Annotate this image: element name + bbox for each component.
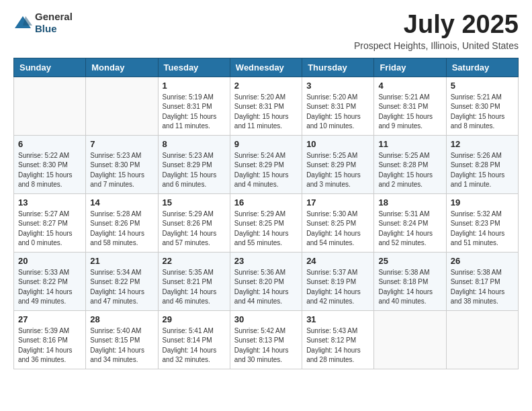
day-number: 26 [451, 256, 514, 266]
calendar-cell: 9Sunrise: 5:24 AM Sunset: 8:29 PM Daylig… [230, 135, 302, 193]
day-number: 22 [163, 256, 226, 266]
calendar-cell: 3Sunrise: 5:20 AM Sunset: 8:31 PM Daylig… [302, 77, 374, 135]
calendar-week-row: 27Sunrise: 5:39 AM Sunset: 8:16 PM Dayli… [14, 310, 519, 369]
calendar-cell: 21Sunrise: 5:34 AM Sunset: 8:22 PM Dayli… [86, 252, 158, 310]
calendar-week-row: 13Sunrise: 5:27 AM Sunset: 8:27 PM Dayli… [14, 193, 519, 252]
day-number: 20 [18, 256, 81, 266]
day-info: Sunrise: 5:24 AM Sunset: 8:29 PM Dayligh… [234, 151, 298, 190]
calendar-cell: 31Sunrise: 5:43 AM Sunset: 8:12 PM Dayli… [302, 310, 374, 369]
calendar-cell: 5Sunrise: 5:21 AM Sunset: 8:30 PM Daylig… [446, 77, 518, 135]
day-number: 7 [90, 139, 153, 149]
day-number: 1 [163, 81, 226, 91]
day-info: Sunrise: 5:29 AM Sunset: 8:26 PM Dayligh… [163, 210, 226, 248]
logo-icon [13, 13, 32, 32]
day-number: 25 [378, 256, 441, 266]
calendar-cell: 24Sunrise: 5:37 AM Sunset: 8:19 PM Dayli… [302, 252, 374, 310]
calendar-cell: 12Sunrise: 5:26 AM Sunset: 8:28 PM Dayli… [446, 135, 518, 193]
day-info: Sunrise: 5:22 AM Sunset: 8:30 PM Dayligh… [18, 151, 81, 190]
calendar-cell [14, 77, 86, 135]
day-number: 13 [18, 197, 81, 208]
calendar-cell: 27Sunrise: 5:39 AM Sunset: 8:16 PM Dayli… [14, 310, 86, 369]
calendar-table: SundayMondayTuesdayWednesdayThursdayFrid… [13, 58, 519, 369]
calendar-week-row: 6Sunrise: 5:22 AM Sunset: 8:30 PM Daylig… [14, 135, 519, 193]
title-block: July 2025 Prospect Heights, Illinois, Un… [354, 11, 519, 51]
day-of-week-header: Monday [86, 58, 158, 77]
calendar-cell: 11Sunrise: 5:25 AM Sunset: 8:28 PM Dayli… [374, 135, 446, 193]
day-number: 10 [306, 139, 369, 149]
day-info: Sunrise: 5:25 AM Sunset: 8:29 PM Dayligh… [306, 151, 369, 190]
day-number: 9 [234, 139, 298, 149]
day-info: Sunrise: 5:34 AM Sunset: 8:22 PM Dayligh… [90, 268, 153, 307]
day-number: 14 [90, 197, 153, 208]
calendar-cell: 10Sunrise: 5:25 AM Sunset: 8:29 PM Dayli… [302, 135, 374, 193]
day-number: 12 [451, 139, 514, 149]
day-of-week-header: Tuesday [158, 58, 230, 77]
month-title: July 2025 [354, 11, 519, 39]
day-info: Sunrise: 5:29 AM Sunset: 8:25 PM Dayligh… [234, 210, 298, 248]
day-info: Sunrise: 5:19 AM Sunset: 8:31 PM Dayligh… [163, 93, 226, 132]
calendar-cell: 23Sunrise: 5:36 AM Sunset: 8:20 PM Dayli… [230, 252, 302, 310]
day-info: Sunrise: 5:42 AM Sunset: 8:13 PM Dayligh… [234, 326, 298, 365]
day-number: 21 [90, 256, 153, 266]
calendar-cell: 14Sunrise: 5:28 AM Sunset: 8:26 PM Dayli… [86, 193, 158, 252]
day-number: 6 [18, 139, 81, 149]
calendar-cell: 2Sunrise: 5:20 AM Sunset: 8:31 PM Daylig… [230, 77, 302, 135]
day-number: 8 [163, 139, 226, 149]
day-number: 28 [90, 314, 153, 324]
day-number: 27 [18, 314, 81, 324]
calendar-cell [374, 310, 446, 369]
calendar-header-row: SundayMondayTuesdayWednesdayThursdayFrid… [14, 58, 519, 77]
day-number: 18 [378, 197, 441, 208]
calendar-cell: 16Sunrise: 5:29 AM Sunset: 8:25 PM Dayli… [230, 193, 302, 252]
calendar-body: 1Sunrise: 5:19 AM Sunset: 8:31 PM Daylig… [14, 77, 519, 369]
day-number: 4 [378, 81, 441, 91]
calendar-cell: 19Sunrise: 5:32 AM Sunset: 8:23 PM Dayli… [446, 193, 518, 252]
calendar-cell: 28Sunrise: 5:40 AM Sunset: 8:15 PM Dayli… [86, 310, 158, 369]
calendar-cell: 22Sunrise: 5:35 AM Sunset: 8:21 PM Dayli… [158, 252, 230, 310]
day-info: Sunrise: 5:38 AM Sunset: 8:17 PM Dayligh… [451, 268, 514, 307]
calendar-cell: 20Sunrise: 5:33 AM Sunset: 8:22 PM Dayli… [14, 252, 86, 310]
calendar-cell: 30Sunrise: 5:42 AM Sunset: 8:13 PM Dayli… [230, 310, 302, 369]
day-number: 2 [234, 81, 298, 91]
calendar-week-row: 20Sunrise: 5:33 AM Sunset: 8:22 PM Dayli… [14, 252, 519, 310]
day-info: Sunrise: 5:32 AM Sunset: 8:23 PM Dayligh… [451, 210, 514, 248]
day-info: Sunrise: 5:21 AM Sunset: 8:30 PM Dayligh… [451, 93, 514, 132]
day-info: Sunrise: 5:35 AM Sunset: 8:21 PM Dayligh… [163, 268, 226, 307]
calendar-cell: 8Sunrise: 5:23 AM Sunset: 8:29 PM Daylig… [158, 135, 230, 193]
calendar-cell: 4Sunrise: 5:21 AM Sunset: 8:31 PM Daylig… [374, 77, 446, 135]
calendar-cell: 1Sunrise: 5:19 AM Sunset: 8:31 PM Daylig… [158, 77, 230, 135]
calendar-cell: 18Sunrise: 5:31 AM Sunset: 8:24 PM Dayli… [374, 193, 446, 252]
logo: General Blue [13, 11, 73, 35]
day-number: 15 [163, 197, 226, 208]
day-info: Sunrise: 5:28 AM Sunset: 8:26 PM Dayligh… [90, 210, 153, 248]
day-info: Sunrise: 5:40 AM Sunset: 8:15 PM Dayligh… [90, 326, 153, 365]
day-of-week-header: Saturday [446, 58, 518, 77]
day-info: Sunrise: 5:25 AM Sunset: 8:28 PM Dayligh… [378, 151, 441, 190]
day-number: 16 [234, 197, 298, 208]
calendar-cell: 6Sunrise: 5:22 AM Sunset: 8:30 PM Daylig… [14, 135, 86, 193]
day-info: Sunrise: 5:39 AM Sunset: 8:16 PM Dayligh… [18, 326, 81, 365]
day-info: Sunrise: 5:23 AM Sunset: 8:29 PM Dayligh… [163, 151, 226, 190]
day-number: 29 [163, 314, 226, 324]
day-info: Sunrise: 5:43 AM Sunset: 8:12 PM Dayligh… [306, 326, 369, 365]
day-number: 30 [234, 314, 298, 324]
day-of-week-header: Friday [374, 58, 446, 77]
day-info: Sunrise: 5:26 AM Sunset: 8:28 PM Dayligh… [451, 151, 514, 190]
day-info: Sunrise: 5:41 AM Sunset: 8:14 PM Dayligh… [163, 326, 226, 365]
day-of-week-header: Wednesday [230, 58, 302, 77]
day-info: Sunrise: 5:31 AM Sunset: 8:24 PM Dayligh… [378, 210, 441, 248]
day-info: Sunrise: 5:20 AM Sunset: 8:31 PM Dayligh… [234, 93, 298, 132]
day-number: 19 [451, 197, 514, 208]
page-header: General Blue July 2025 Prospect Heights,… [13, 11, 519, 51]
day-info: Sunrise: 5:20 AM Sunset: 8:31 PM Dayligh… [306, 93, 369, 132]
day-number: 11 [378, 139, 441, 149]
calendar-cell [86, 77, 158, 135]
calendar-week-row: 1Sunrise: 5:19 AM Sunset: 8:31 PM Daylig… [14, 77, 519, 135]
day-info: Sunrise: 5:23 AM Sunset: 8:30 PM Dayligh… [90, 151, 153, 190]
svg-marker-1 [23, 16, 32, 26]
location: Prospect Heights, Illinois, United State… [354, 40, 519, 51]
calendar-cell: 17Sunrise: 5:30 AM Sunset: 8:25 PM Dayli… [302, 193, 374, 252]
day-info: Sunrise: 5:38 AM Sunset: 8:18 PM Dayligh… [378, 268, 441, 307]
day-info: Sunrise: 5:30 AM Sunset: 8:25 PM Dayligh… [306, 210, 369, 248]
calendar-cell: 15Sunrise: 5:29 AM Sunset: 8:26 PM Dayli… [158, 193, 230, 252]
